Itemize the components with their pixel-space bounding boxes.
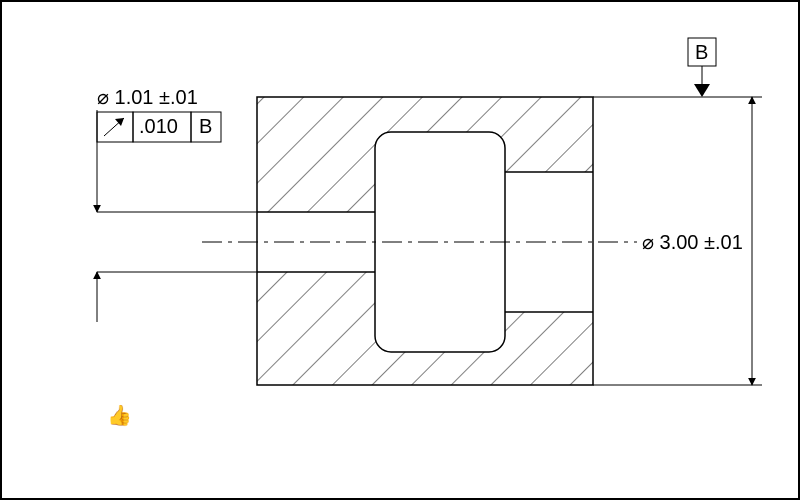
runout-symbol-icon bbox=[104, 118, 124, 136]
datum-feature-symbol: B bbox=[688, 38, 716, 97]
drawing-frame: ⌀ 1.01 ±.01 .010 B ⌀ 3.00 ±.01 B 👍 bbox=[0, 0, 800, 500]
thumbs-up-icon: 👍 bbox=[107, 403, 132, 427]
svg-marker-24 bbox=[694, 84, 710, 97]
fcf-tolerance: .010 bbox=[139, 115, 178, 137]
drawing-svg: ⌀ 1.01 ±.01 .010 B ⌀ 3.00 ±.01 B 👍 bbox=[2, 2, 798, 498]
dimension-outer-text: ⌀ 3.00 ±.01 bbox=[642, 231, 743, 253]
feature-control-frame: .010 B bbox=[97, 112, 221, 142]
section-view bbox=[257, 97, 593, 385]
dimension-outer: ⌀ 3.00 ±.01 bbox=[593, 97, 762, 385]
fcf-datum: B bbox=[199, 115, 212, 137]
svg-rect-16 bbox=[97, 112, 133, 142]
datum-label-text: B bbox=[695, 41, 708, 63]
dimension-bore-text: ⌀ 1.01 ±.01 bbox=[97, 86, 198, 108]
